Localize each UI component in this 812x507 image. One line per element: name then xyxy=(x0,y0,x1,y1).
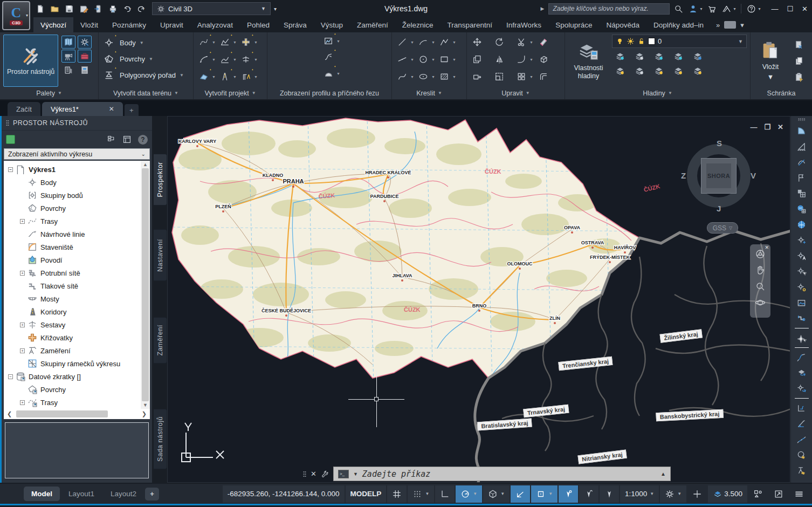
ribbon-tool-copy[interactable] xyxy=(470,53,489,66)
ribbon-tool-stretch[interactable] xyxy=(470,70,489,83)
tool-point-transform-button[interactable] xyxy=(794,381,810,396)
ribbon-tool-array[interactable]: ▼ xyxy=(514,70,533,83)
ribbon-tool-hatch[interactable]: ▼ xyxy=(437,70,456,83)
workspace-dropdown[interactable]: Civil 3D ▼ xyxy=(152,2,271,15)
chevron-down-icon[interactable]: ▾ xyxy=(758,6,760,11)
status-ann-scale-toggle[interactable] xyxy=(600,485,619,503)
chevron-down-icon[interactable]: ▼ xyxy=(548,491,553,496)
ribbon-tool-profile-create[interactable]: ▼ xyxy=(218,36,237,49)
customization-gear-button[interactable]: ▼ xyxy=(660,485,686,503)
tool-set-square-button[interactable] xyxy=(794,139,810,154)
tool-quarter-round-button[interactable] xyxy=(794,123,810,139)
status-isoplane-toggle[interactable]: ▼ xyxy=(483,485,510,503)
tool-surface-edit-button[interactable] xyxy=(794,365,810,381)
layout-tab-1[interactable]: Layout1 xyxy=(61,487,102,501)
steering-wheel-icon[interactable] xyxy=(755,249,766,259)
tool-geo-map-button[interactable] xyxy=(794,201,810,217)
layer-thaw-button[interactable] xyxy=(652,64,666,77)
vertical-scrollbar[interactable]: ▲▼ xyxy=(141,161,150,409)
ribbon-tool-assembly-create[interactable]: ▼ xyxy=(239,53,258,66)
palette-tool-properties-panel[interactable] xyxy=(78,64,92,77)
layout-tab-0[interactable]: Model xyxy=(24,487,60,501)
ribbon-tab-6[interactable]: Správa xyxy=(277,17,314,32)
status-ann-autoscale-toggle[interactable] xyxy=(579,485,598,503)
ribbon-state-icon[interactable] xyxy=(724,21,736,29)
ribbon-tool-offset[interactable] xyxy=(536,70,555,83)
close-button[interactable]: ✕ xyxy=(802,5,808,13)
tray-crosshair-button[interactable] xyxy=(687,485,707,503)
cut-doc-button[interactable] xyxy=(792,38,806,51)
annotation-scale-button[interactable]: 1:1000▼ xyxy=(620,485,659,503)
tool-point-grid-button[interactable] xyxy=(794,232,810,248)
preview-toggle-icon[interactable] xyxy=(122,135,132,144)
ribbon-tab-3[interactable]: Upravit xyxy=(153,17,190,32)
ribbon-tab-2[interactable]: Poznámky xyxy=(105,17,153,32)
horizontal-scrollbar[interactable]: ❮❯ xyxy=(4,409,150,419)
viewcube-east[interactable]: V xyxy=(751,171,756,180)
viewcube[interactable]: S J Z V SHORA xyxy=(683,140,754,211)
layout-tab-2[interactable]: Layout2 xyxy=(103,487,144,501)
ribbon-tool-move[interactable] xyxy=(470,36,489,49)
command-close-icon[interactable]: ✕ xyxy=(311,470,316,478)
ribbon-tool-rect[interactable]: ▼ xyxy=(437,53,456,66)
drawing-close-button[interactable]: ✕ xyxy=(777,123,783,131)
ribbon-tab-9[interactable]: Železnice xyxy=(395,17,441,32)
chevron-down-icon[interactable]: ▼ xyxy=(425,491,429,496)
drawing-minimize-button[interactable]: — xyxy=(750,123,757,131)
tree-item[interactable]: Křižovatky xyxy=(4,331,140,344)
command-expand-icon[interactable]: ▲ xyxy=(660,471,666,477)
ribbon-tab-5[interactable]: Pohled xyxy=(240,17,277,32)
palette-tool-toolbox[interactable] xyxy=(78,50,92,63)
item-tree-toggle-icon[interactable] xyxy=(107,135,116,144)
viewcube-north[interactable]: S xyxy=(717,139,722,148)
palette-tool-catalog[interactable] xyxy=(61,64,75,77)
active-drawing-icon[interactable] xyxy=(6,135,15,144)
ribbon-tool-circle[interactable]: ▼ xyxy=(416,53,435,66)
chevron-down-icon[interactable]: ▾ xyxy=(733,6,735,11)
ribbon-tab-13[interactable]: Nápověda xyxy=(599,17,646,32)
search-flyout-icon[interactable]: ▶ xyxy=(540,6,544,11)
ribbon-tab-7[interactable]: Výstup xyxy=(314,17,350,32)
ribbon-tab-0[interactable]: Výchozí xyxy=(33,17,73,32)
status-ortho-toggle[interactable] xyxy=(435,485,455,503)
tree-expander-icon[interactable]: + xyxy=(20,348,25,353)
tree-expander-icon[interactable]: + xyxy=(20,271,25,276)
ribbon-tab-8[interactable]: Zaměření xyxy=(350,17,395,32)
ribbon-tool-section-view[interactable]: ▼ xyxy=(321,67,340,80)
paste-special-button[interactable] xyxy=(792,71,806,84)
tree-item[interactable]: Návrhové linie xyxy=(4,228,140,241)
file-tab-0[interactable]: Začít xyxy=(8,102,40,116)
qat-save-as-button[interactable] xyxy=(79,4,88,13)
clean-screen-button[interactable] xyxy=(769,485,788,503)
space-toggle[interactable]: MODELP xyxy=(346,485,387,503)
minimize-button[interactable]: — xyxy=(771,5,778,13)
ribbon-tool-pline[interactable]: ▼ xyxy=(437,36,456,49)
tree-item[interactable]: Mosty xyxy=(4,292,140,305)
tool-point-a-button[interactable] xyxy=(794,248,810,264)
tree-item[interactable]: Povrchy xyxy=(4,202,140,215)
tree-expander-icon[interactable]: + xyxy=(20,400,25,405)
sign-in-person-icon[interactable] xyxy=(689,4,698,13)
chevron-down-icon[interactable]: ▼ xyxy=(473,491,477,496)
app-store-cart-icon[interactable] xyxy=(707,4,717,13)
search-input[interactable]: Zadejte klíčové slovo nebo výraz. xyxy=(548,3,670,15)
tool-erase-survey-button[interactable] xyxy=(794,463,810,478)
tool-flag-view-button[interactable] xyxy=(794,170,810,186)
tree-item[interactable]: +Trasy xyxy=(4,215,140,228)
tool-angle-measure-button[interactable] xyxy=(794,416,810,431)
command-prompt-icon[interactable]: >_ xyxy=(338,470,349,478)
ribbon-tool-mirror[interactable] xyxy=(492,53,511,66)
tool-image-attach-button[interactable] xyxy=(794,295,810,311)
layer-off-button[interactable] xyxy=(613,50,627,63)
chevron-down-icon[interactable]: ▾ xyxy=(142,6,144,11)
tree-item[interactable]: +Potrubní sítě xyxy=(4,266,140,279)
layer-freeze-button[interactable] xyxy=(652,50,666,63)
ribbon-tool-profile-surface[interactable]: ▼ xyxy=(218,53,237,66)
ribbon-tool-trim[interactable]: ▼ xyxy=(514,36,533,49)
scrollbar-thumb[interactable] xyxy=(16,410,108,417)
pan-hand-icon[interactable] xyxy=(755,265,766,276)
layer-match-button[interactable] xyxy=(691,50,705,63)
qat-save-button[interactable] xyxy=(65,4,74,13)
tool-globe-button[interactable] xyxy=(794,217,810,232)
tree-expander-icon[interactable]: + xyxy=(20,323,25,327)
